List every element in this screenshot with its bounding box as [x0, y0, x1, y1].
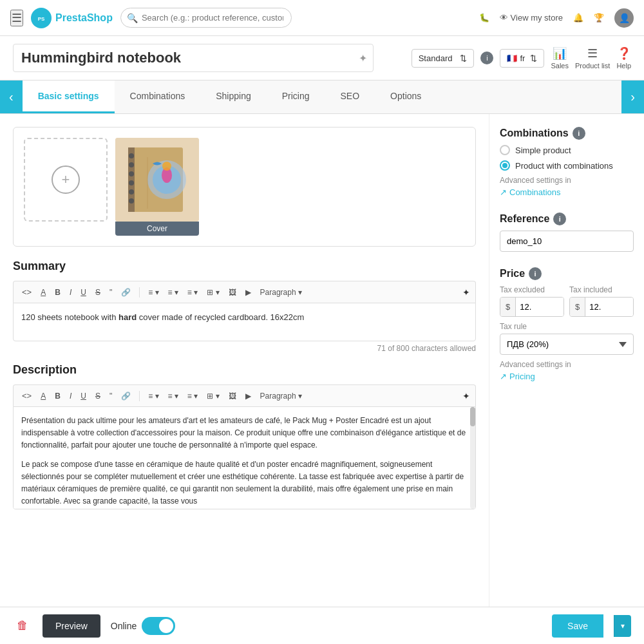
tax-included-input[interactable] — [585, 298, 633, 316]
desc-toolbar-bold-btn[interactable]: B — [52, 390, 64, 402]
description-scrollbar[interactable] — [470, 407, 475, 509]
toolbar-bold-btn[interactable]: B — [52, 286, 64, 299]
product-list-btn[interactable]: ☰ Product list — [575, 46, 610, 70]
app-logo[interactable]: PS PrestaShop — [31, 8, 113, 28]
type-info-btn[interactable]: i — [480, 52, 493, 64]
simple-product-radio[interactable]: Simple product — [500, 145, 634, 155]
view-store-label: View my store — [511, 13, 563, 23]
desc-toolbar-italic-btn[interactable]: I — [66, 390, 75, 402]
combinations-title: Combinations i — [500, 127, 634, 140]
tax-excluded-input[interactable] — [516, 298, 564, 316]
tabs-prev-arrow[interactable]: ‹ — [0, 80, 23, 113]
desc-toolbar-align-btn[interactable]: ≡ ▾ — [145, 390, 162, 402]
combinations-info-btn[interactable]: i — [573, 127, 585, 140]
user-avatar[interactable]: 👤 — [614, 8, 634, 28]
topnav: ☰ PS PrestaShop 🔍 🐛 👁 View my store 🔔 🏆 … — [0, 0, 644, 36]
description-scrollbar-thumb — [470, 407, 475, 426]
toolbar-list-btn[interactable]: ≡ ▾ — [165, 286, 182, 299]
left-panel: + — [0, 114, 489, 607]
price-info-btn[interactable]: i — [529, 267, 542, 280]
tab-options[interactable]: Options — [375, 80, 437, 113]
search-icon: 🔍 — [127, 13, 138, 23]
toolbar-code-btn[interactable]: <> — [19, 285, 35, 299]
simple-product-label: Simple product — [515, 146, 571, 155]
toolbar-underline-btn[interactable]: U — [77, 286, 90, 299]
combinations-title-text: Combinations — [500, 128, 569, 139]
product-name-input[interactable] — [13, 44, 374, 72]
desc-toolbar-list-btn[interactable]: ≡ ▾ — [165, 390, 182, 402]
desc-toolbar-ordered-btn[interactable]: ≡ ▾ — [184, 390, 201, 402]
toolbar-table-btn[interactable]: ⊞ ▾ — [204, 286, 222, 299]
desc-toolbar-video-btn[interactable]: ▶ — [242, 390, 254, 402]
desc-toolbar-font-btn[interactable]: A — [37, 390, 49, 402]
toolbar-quote-btn[interactable]: " — [106, 286, 115, 299]
add-image-icon: + — [52, 166, 80, 194]
save-dropdown-btn[interactable]: ▾ — [614, 615, 631, 637]
bug-icon-btn[interactable]: 🐛 — [479, 13, 489, 23]
toolbar-image-btn[interactable]: 🖼 — [225, 286, 240, 299]
desc-text-2: Le pack se compose d'une tasse en cérami… — [21, 459, 468, 508]
description-editor-content[interactable]: Présentation du pack ultime pour les ama… — [13, 406, 476, 509]
toolbar-font-btn[interactable]: A — [37, 286, 49, 299]
view-store-btn[interactable]: 👁 View my store — [500, 13, 563, 23]
tax-excl-currency: $ — [500, 298, 516, 316]
sales-btn[interactable]: 📊 Sales — [551, 46, 569, 70]
combinations-advanced-link[interactable]: ↗ Combinations — [500, 187, 634, 197]
tab-pricing[interactable]: Pricing — [267, 80, 325, 113]
desc-toolbar-image-btn[interactable]: 🖼 — [225, 390, 240, 402]
tax-rule-select[interactable]: ПДВ (20%) — [500, 334, 634, 355]
desc-toolbar-underline-btn[interactable]: U — [77, 390, 90, 402]
bar-chart-icon: 📊 — [553, 46, 567, 61]
tax-included-label: Tax included — [569, 285, 634, 294]
tabs-next-arrow[interactable]: › — [621, 80, 644, 113]
delete-btn[interactable]: 🗑 — [13, 615, 32, 636]
pricing-advanced-label: Advanced settings in — [500, 360, 634, 369]
hamburger-menu[interactable]: ☰ — [10, 10, 23, 26]
desc-toolbar-strike-btn[interactable]: S — [92, 390, 104, 402]
combinations-link-icon: ↗ — [500, 187, 507, 197]
tab-seo[interactable]: SEO — [325, 80, 375, 113]
desc-toolbar-table-btn[interactable]: ⊞ ▾ — [204, 390, 222, 402]
toolbar-link-btn[interactable]: 🔗 — [118, 286, 134, 299]
pricing-advanced-link[interactable]: ↗ Pricing — [500, 372, 634, 381]
tab-combinations[interactable]: Combinations — [115, 80, 201, 113]
toolbar-paragraph-btn[interactable]: Paragraph ▾ — [257, 286, 305, 299]
product-type-select[interactable]: Standard ⇅ — [412, 49, 475, 68]
bell-icon-btn[interactable]: 🔔 — [573, 13, 583, 23]
eye-icon: 👁 — [500, 13, 508, 23]
save-btn[interactable]: Save — [552, 614, 603, 638]
image-upload-btn[interactable]: + — [24, 138, 108, 222]
price-row: Tax excluded $ Tax included $ — [500, 285, 634, 317]
desc-toolbar-quote-btn[interactable]: " — [106, 390, 115, 402]
desc-toolbar: <> A B I U S " 🔗 ≡ ▾ ≡ ▾ ≡ ▾ ⊞ ▾ 🖼 ▶ Par… — [13, 384, 476, 406]
summary-ai-icon[interactable]: ✦ — [462, 287, 470, 298]
toolbar-italic-btn[interactable]: I — [66, 286, 75, 299]
toolbar-video-btn[interactable]: ▶ — [242, 286, 254, 299]
desc-ai-icon[interactable]: ✦ — [462, 391, 470, 401]
tab-shipping[interactable]: Shipping — [200, 80, 267, 113]
summary-section: Summary <> A B I U S " 🔗 ≡ ▾ ≡ ▾ ≡ ▾ ⊞ ▾… — [13, 260, 476, 353]
desc-toolbar-code-btn[interactable]: <> — [19, 389, 35, 402]
summary-editor-content[interactable]: 120 sheets notebook with hard cover made… — [13, 303, 476, 341]
product-thumbnail[interactable] — [115, 138, 199, 222]
product-with-combinations-radio[interactable]: Product with combinations — [500, 160, 634, 171]
language-select[interactable]: 🇫🇷 fr ⇅ — [500, 49, 544, 68]
toolbar-ordered-btn[interactable]: ≡ ▾ — [184, 286, 201, 299]
reference-input[interactable] — [500, 231, 634, 252]
toolbar-align-btn[interactable]: ≡ ▾ — [145, 286, 162, 299]
toolbar-strike-btn[interactable]: S — [92, 286, 104, 299]
reference-title-text: Reference — [500, 213, 549, 225]
desc-toolbar-link-btn[interactable]: 🔗 — [118, 390, 134, 402]
svg-point-14 — [162, 162, 171, 171]
tab-basic-settings[interactable]: Basic settings — [23, 80, 115, 113]
description-title: Description — [13, 363, 476, 377]
search-input[interactable] — [120, 8, 292, 28]
help-btn[interactable]: ❓ Help — [616, 46, 631, 70]
reference-panel: Reference i — [500, 213, 634, 252]
online-toggle-switch[interactable]: ✓ — [142, 617, 175, 635]
trophy-icon-btn[interactable]: 🏆 — [594, 13, 604, 23]
reference-info-btn[interactable]: i — [553, 213, 566, 225]
preview-btn[interactable]: Preview — [43, 614, 100, 638]
svg-point-6 — [129, 162, 134, 167]
desc-toolbar-paragraph-btn[interactable]: Paragraph ▾ — [257, 390, 305, 402]
